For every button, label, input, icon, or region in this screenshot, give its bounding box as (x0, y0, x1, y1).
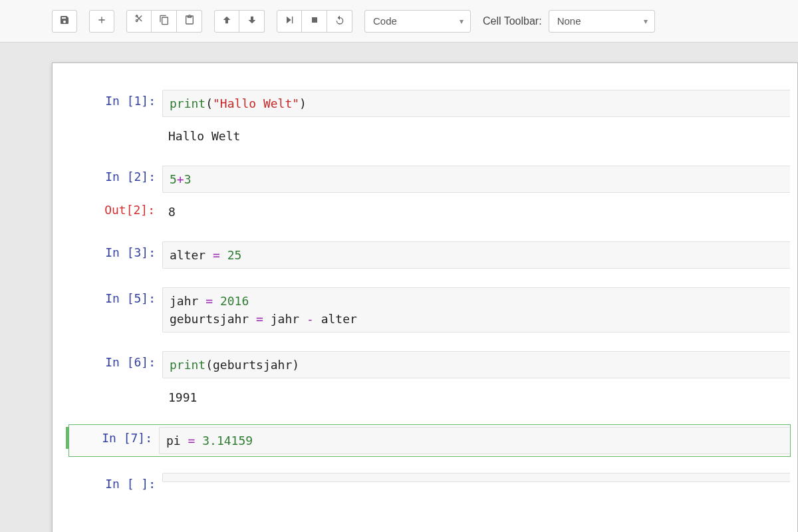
code-input[interactable]: pi = 3.14159 (159, 427, 790, 454)
insert-cell-button[interactable] (89, 10, 114, 33)
arrow-up-icon (221, 15, 232, 27)
stop-icon (309, 15, 320, 27)
input-prompt: In [3]: (69, 241, 162, 263)
arrow-down-icon (247, 15, 257, 27)
move-down-button[interactable] (239, 10, 265, 33)
output-row: . 1991 (68, 382, 791, 412)
copy-button[interactable] (152, 10, 177, 33)
paste-icon (184, 15, 195, 27)
code-input[interactable]: jahr = 2016 geburtsjahr = jahr - alter (162, 287, 790, 332)
code-cell[interactable]: In [2]: 5+3 (68, 163, 791, 196)
move-up-button[interactable] (214, 10, 239, 33)
cell-type-selected: Code (373, 15, 397, 27)
output-row: . Hallo Welt (68, 121, 791, 151)
paste-button[interactable] (177, 10, 202, 33)
input-prompt: In [2]: (69, 166, 162, 188)
code-input[interactable]: print(geburtsjahr) (162, 351, 790, 378)
code-input[interactable]: alter = 25 (162, 241, 790, 269)
restart-button[interactable] (327, 10, 352, 33)
input-prompt: In [5]: (69, 287, 162, 309)
cell-toolbar-label: Cell Toolbar: (483, 15, 542, 27)
refresh-icon (334, 15, 345, 27)
stdout-output: Hallo Welt (162, 123, 247, 149)
input-prompt: In [1]: (69, 90, 162, 112)
code-cell[interactable]: In [1]: print("Hallo Welt") (68, 87, 791, 120)
code-cell[interactable]: In [7]: pi = 3.14159 (68, 424, 791, 457)
output-prompt: Out[2]: (68, 199, 162, 221)
code-cell[interactable]: In [5]: jahr = 2016 geburtsjahr = jahr -… (68, 285, 791, 335)
cell-type-select[interactable]: Code (364, 10, 471, 33)
save-icon (59, 15, 70, 27)
toolbar: Code Cell Toolbar: None (0, 0, 798, 43)
input-prompt: In [6]: (69, 351, 162, 373)
notebook-container: In [1]: print("Hallo Welt") . Hallo Welt… (0, 43, 798, 532)
stdout-output: 1991 (162, 384, 203, 410)
interrupt-button[interactable] (302, 10, 327, 33)
notebook: In [1]: print("Hallo Welt") . Hallo Welt… (52, 63, 798, 532)
step-forward-icon (284, 15, 295, 27)
code-input[interactable] (162, 473, 790, 482)
plus-icon (96, 15, 107, 27)
code-cell[interactable]: In [6]: print(geburtsjahr) (68, 348, 791, 381)
scissors-icon (134, 15, 144, 27)
cell-toolbar-selected: None (557, 15, 581, 27)
code-cell[interactable]: In [3]: alter = 25 (68, 239, 791, 271)
execute-result: 8 (162, 199, 182, 225)
code-cell[interactable]: In [ ]: (68, 470, 791, 497)
output-row: Out[2]: 8 (68, 197, 791, 227)
save-button[interactable] (52, 10, 77, 33)
input-prompt: In [7]: (66, 427, 159, 449)
code-input[interactable]: 5+3 (162, 166, 790, 193)
cut-button[interactable] (126, 10, 152, 33)
cell-toolbar-select[interactable]: None (549, 10, 655, 33)
run-button[interactable] (277, 10, 302, 33)
copy-icon (159, 15, 170, 27)
input-prompt: In [ ]: (69, 473, 162, 495)
code-input[interactable]: print("Hallo Welt") (162, 90, 790, 117)
